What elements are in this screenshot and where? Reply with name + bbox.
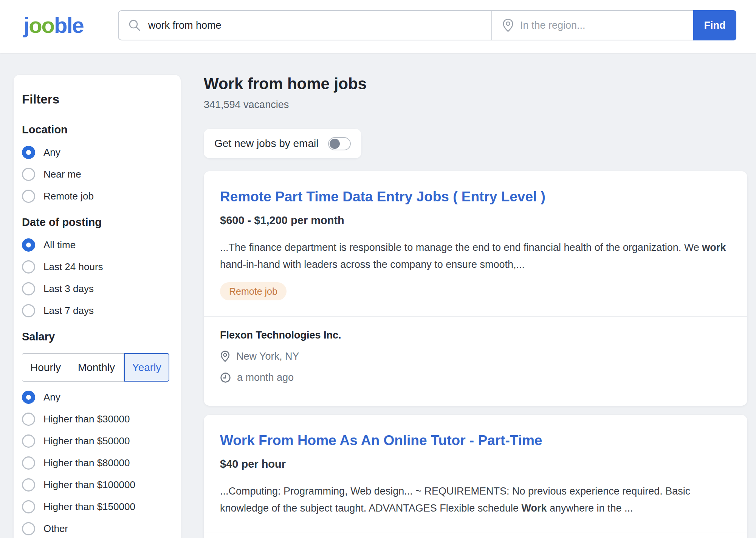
- radio-unselected-icon: [22, 522, 35, 535]
- date-section-heading: Date of posting: [22, 216, 172, 229]
- logo-letter-j: j: [23, 12, 29, 38]
- radio-unselected-icon: [22, 478, 35, 492]
- radio-date-last-7-days[interactable]: Last 7 days: [22, 304, 172, 317]
- radio-location-near-me[interactable]: Near me: [22, 168, 172, 181]
- jooble-logo[interactable]: jooble: [23, 8, 84, 42]
- job-location-row: New York, NY: [220, 351, 729, 362]
- radio-unselected-icon: [22, 434, 35, 448]
- filters-title: Filters: [22, 92, 172, 107]
- job-card: Work From Home As An Online Tutor - Part…: [204, 415, 747, 538]
- results-column: Work from home jobs 341,594 vacancies Ge…: [204, 75, 747, 538]
- search-icon: [128, 19, 141, 32]
- radio-unselected-icon: [22, 456, 35, 470]
- tab-hourly[interactable]: Hourly: [22, 353, 69, 382]
- tab-monthly[interactable]: Monthly: [69, 353, 124, 382]
- radio-selected-icon: [22, 391, 35, 404]
- salary-period-tabs: Hourly Monthly Yearly: [22, 353, 172, 382]
- find-button[interactable]: Find: [693, 10, 736, 40]
- clock-icon: [220, 372, 231, 383]
- email-subscribe-toggle[interactable]: [328, 137, 351, 150]
- radio-unselected-icon: [22, 500, 35, 513]
- company-name: Flexon Technologies Inc.: [220, 329, 729, 341]
- region-search-segment: [491, 11, 693, 40]
- top-header: jooble Find: [0, 0, 756, 53]
- radio-date-last-3-days[interactable]: Last 3 days: [22, 282, 172, 295]
- remote-job-badge: Remote job: [220, 282, 287, 300]
- radio-unselected-icon: [22, 282, 35, 295]
- radio-unselected-icon: [22, 260, 35, 274]
- location-pin-icon: [502, 18, 514, 32]
- radio-date-all-time[interactable]: All time: [22, 238, 172, 252]
- company-block: Flexon Technologies Inc. New York, NY a …: [220, 317, 729, 383]
- radio-date-last-24-hours[interactable]: Last 24 hours: [22, 260, 172, 274]
- email-subscribe-pill: Get new jobs by email: [204, 129, 361, 158]
- keyword-search-segment: [119, 11, 491, 40]
- job-title-link[interactable]: Work From Home As An Online Tutor - Part…: [220, 432, 729, 449]
- job-salary: $600 - $1,200 per month: [220, 214, 729, 226]
- radio-salary-50000[interactable]: Higher than $50000: [22, 434, 172, 448]
- radio-salary-30000[interactable]: Higher than $30000: [22, 413, 172, 426]
- job-description: ...The finance department is responsible…: [220, 239, 729, 273]
- job-title-link[interactable]: Remote Part Time Data Entry Jobs ( Entry…: [220, 189, 729, 205]
- radio-unselected-icon: [22, 304, 35, 317]
- radio-salary-other[interactable]: Other: [22, 522, 172, 535]
- logo-letters-oo: oo: [29, 12, 54, 38]
- job-salary: $40 per hour: [220, 458, 729, 470]
- filters-panel: Filters Location Any Near me Remote job …: [14, 75, 181, 538]
- date-radio-group: All time Last 24 hours Last 3 days Last …: [22, 238, 172, 317]
- radio-selected-icon: [22, 146, 35, 159]
- job-card: Remote Part Time Data Entry Jobs ( Entry…: [204, 171, 747, 406]
- toggle-knob: [330, 139, 340, 149]
- salary-section-heading: Salary: [22, 330, 172, 343]
- logo-letters-ble: ble: [54, 12, 84, 38]
- job-posted-time: a month ago: [237, 372, 294, 383]
- radio-salary-80000[interactable]: Higher than $80000: [22, 456, 172, 470]
- email-subscribe-label: Get new jobs by email: [214, 138, 318, 150]
- radio-selected-icon: [22, 238, 35, 252]
- tab-yearly[interactable]: Yearly: [124, 353, 169, 382]
- location-section-heading: Location: [22, 123, 172, 136]
- radio-salary-100000[interactable]: Higher than $100000: [22, 478, 172, 492]
- job-description: ...Computing: Programming, Web design...…: [220, 483, 729, 517]
- search-input[interactable]: [148, 20, 491, 31]
- radio-unselected-icon: [22, 168, 35, 181]
- location-pin-icon: [220, 350, 230, 362]
- salary-radio-group: Any Higher than $30000 Higher than $5000…: [22, 391, 172, 535]
- job-location: New York, NY: [236, 351, 299, 362]
- page-title: Work from home jobs: [204, 75, 747, 93]
- location-radio-group: Any Near me Remote job: [22, 146, 172, 203]
- radio-salary-150000[interactable]: Higher than $150000: [22, 500, 172, 513]
- radio-unselected-icon: [22, 190, 35, 203]
- radio-location-remote-job[interactable]: Remote job: [22, 190, 172, 203]
- vacancies-count: 341,594 vacancies: [204, 99, 747, 111]
- card-divider: [204, 532, 747, 532]
- radio-location-any[interactable]: Any: [22, 146, 172, 159]
- radio-salary-any[interactable]: Any: [22, 391, 172, 404]
- radio-unselected-icon: [22, 413, 35, 426]
- job-posted-row: a month ago: [220, 372, 729, 383]
- region-input[interactable]: [520, 20, 693, 31]
- search-bar: Find: [118, 10, 736, 40]
